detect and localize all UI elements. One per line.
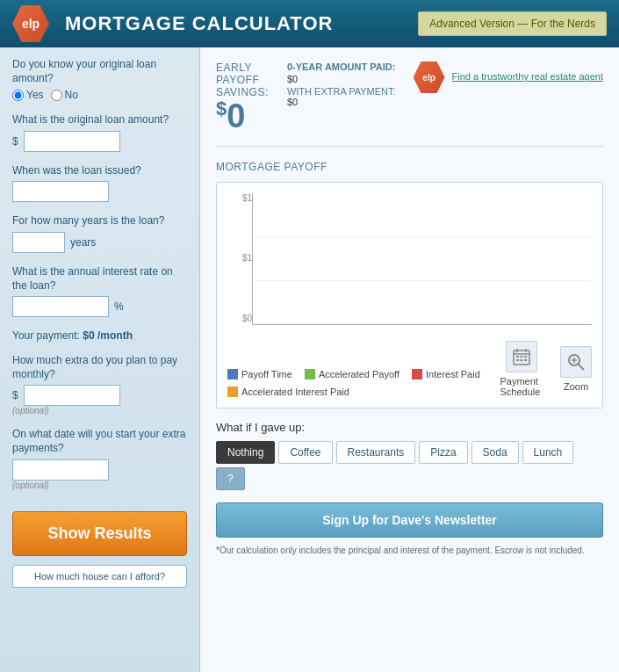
extra-date-optional: (optional) (12, 481, 187, 490)
chart-bars-area (252, 193, 592, 325)
zoom-icon (560, 346, 592, 378)
loan-years-label: For how many years is the loan? (12, 214, 187, 228)
know-loan-label: Do you know your original loan amount? (12, 58, 187, 85)
find-agent-link[interactable]: Find a trustworthy real estate agent (452, 70, 603, 83)
chart-inner: $1 $1 $0 (227, 193, 592, 325)
extra-payment-input[interactable] (24, 385, 120, 406)
chart-actions: Payment Schedule Zoo (500, 341, 592, 397)
tab-soda[interactable]: Soda (471, 441, 519, 464)
svg-rect-4 (516, 356, 519, 358)
elp-logo-small: elp (414, 61, 445, 93)
early-payoff-left: EARLY PAYOFF SAVINGS: $0 (216, 61, 270, 135)
years-suffix: years (70, 236, 96, 249)
svg-line-11 (579, 364, 585, 370)
loan-years-input[interactable] (12, 232, 65, 253)
interest-paid-label: Interest Paid (426, 369, 480, 379)
svg-rect-5 (520, 356, 522, 358)
payoff-time-label: Payoff Time (241, 369, 292, 379)
main-content: Do you know your original loan amount? Y… (0, 47, 619, 672)
y-label-3: $0 (227, 314, 252, 323)
interest-rate-input-row: % (12, 296, 187, 317)
early-payoff-label: EARLY PAYOFF SAVINGS: (216, 61, 270, 98)
left-panel: Do you know your original loan amount? Y… (0, 47, 200, 672)
accel-interest-label: Accelerated Interest Paid (241, 387, 349, 397)
original-loan-row: What is the original loan amount? $ (12, 113, 187, 152)
chart-wrapper: $1 $1 $0 Payoff Time Accele (227, 193, 592, 397)
early-payoff-section: EARLY PAYOFF SAVINGS: $0 0-YEAR AMOUNT P… (216, 61, 603, 147)
no-radio-label[interactable]: No (51, 89, 78, 101)
svg-rect-9 (524, 359, 527, 361)
svg-rect-7 (516, 359, 519, 361)
y-axis-labels: $1 $1 $0 (227, 193, 252, 325)
zoom-label: Zoom (564, 381, 588, 392)
loan-issued-label: When was the loan issued? (12, 164, 187, 178)
tab-lunch[interactable]: Lunch (522, 441, 574, 464)
logo-container: elp (12, 5, 49, 42)
right-panel: EARLY PAYOFF SAVINGS: $0 0-YEAR AMOUNT P… (200, 47, 619, 672)
interest-rate-row: What is the annual interest rate on the … (12, 265, 187, 317)
mortgage-payoff-title: MORTGAGE PAYOFF (216, 161, 603, 173)
know-loan-row: Do you know your original loan amount? Y… (12, 58, 187, 101)
payoff-time-color (227, 369, 238, 379)
zoom-button[interactable]: Zoom (560, 346, 592, 392)
calendar-icon (512, 347, 531, 366)
with-extra-value: $0 (287, 97, 396, 107)
payment-row: Your payment: $0 /month (12, 329, 187, 342)
elp-section: elp Find a trustworthy real estate agent (414, 61, 603, 93)
newsletter-button[interactable]: Sign Up for Dave's Newsletter (216, 502, 603, 538)
accelerated-payoff-color (305, 369, 315, 379)
interest-rate-label: What is the annual interest rate on the … (12, 265, 187, 293)
payment-value: $0 /month (83, 329, 133, 342)
elp-logo: elp (12, 5, 49, 42)
house-afford-button[interactable]: How much house can I afford? (12, 565, 187, 588)
loan-dollar-prefix: $ (12, 135, 18, 148)
know-loan-radio-group: Yes No (12, 89, 187, 101)
accelerated-payoff-label: Accelerated Payoff (319, 369, 399, 379)
original-loan-input[interactable] (24, 131, 120, 152)
advanced-version-button[interactable]: Advanced Version — For the Nerds (418, 11, 607, 36)
original-loan-label: What is the original loan amount? (12, 113, 187, 127)
what-if-label: What if I gave up: (216, 421, 603, 434)
legend-payoff-time: Payoff Time (227, 369, 292, 379)
page-title: MORTGAGE CALCULATOR (65, 12, 418, 35)
loan-issued-input[interactable] (12, 181, 109, 202)
magnify-icon (566, 352, 586, 372)
yes-radio[interactable] (12, 90, 24, 101)
year-amount-section: 0-YEAR AMOUNT PAID: $0 WITH EXTRA PAYMEN… (287, 61, 396, 109)
percent-suffix: % (114, 300, 124, 313)
payment-display: Your payment: $0 /month (12, 329, 187, 342)
tab-help[interactable]: ? (216, 467, 245, 490)
y-label-1: $1 (227, 193, 252, 203)
year-amount-label: 0-YEAR AMOUNT PAID: (287, 61, 396, 72)
what-if-section: What if I gave up: Nothing Coffee Restau… (216, 421, 603, 490)
accel-interest-color (227, 387, 238, 397)
chart-legend: Payoff Time Accelerated Payoff Interest … (227, 369, 500, 397)
show-results-button[interactable]: Show Results (12, 511, 187, 556)
what-if-tabs: Nothing Coffee Restaurants Pizza Soda Lu… (216, 441, 603, 490)
tab-nothing[interactable]: Nothing (216, 441, 275, 464)
interest-rate-input[interactable] (12, 296, 109, 317)
disclaimer: *Our calculation only includes the princ… (216, 545, 603, 557)
extra-payment-input-row: $ (12, 385, 187, 406)
extra-date-input[interactable] (12, 459, 109, 481)
extra-date-row: On what date will you start your extra p… (12, 428, 187, 489)
payment-schedule-icon (506, 341, 537, 372)
payment-schedule-button[interactable]: Payment Schedule (500, 341, 543, 397)
extra-payment-optional: (optional) (12, 406, 187, 415)
yes-radio-label[interactable]: Yes (12, 89, 44, 101)
svg-rect-8 (520, 359, 522, 361)
with-extra-label: WITH EXTRA PAYMENT: (287, 86, 396, 97)
tab-coffee[interactable]: Coffee (278, 441, 332, 464)
loan-issued-row: When was the loan issued? (12, 164, 187, 203)
no-radio[interactable] (51, 90, 62, 101)
legend-accelerated-payoff: Accelerated Payoff (305, 369, 399, 379)
header: elp MORTGAGE CALCULATOR Advanced Version… (0, 0, 619, 47)
interest-paid-color (412, 369, 422, 379)
tab-restaurants[interactable]: Restaurants (336, 441, 416, 464)
extra-payment-label: How much extra do you plan to pay monthl… (12, 354, 187, 381)
tab-pizza[interactable]: Pizza (419, 441, 467, 464)
extra-dollar-prefix: $ (12, 389, 18, 401)
original-loan-input-row: $ (12, 131, 187, 152)
svg-rect-6 (524, 356, 527, 358)
y-label-2: $1 (227, 253, 252, 263)
